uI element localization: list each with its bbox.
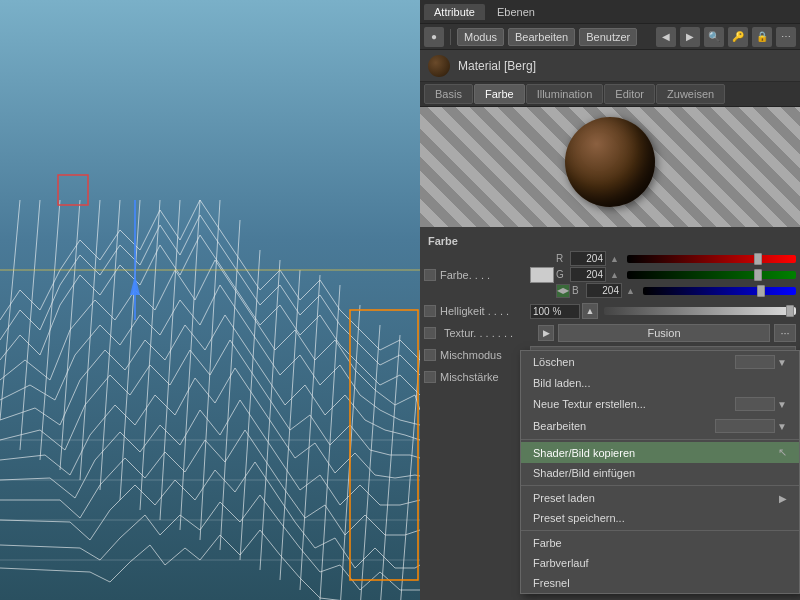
- toolbar: ● Modus Bearbeiten Benutzer ◀ ▶ 🔍 🔑 🔒 ⋯: [420, 24, 800, 50]
- nav-back-icon[interactable]: ◀: [656, 27, 676, 47]
- tab-basis[interactable]: Basis: [424, 84, 473, 104]
- menu-label-preset-speichern: Preset speichern...: [533, 512, 625, 524]
- tab-ebenen[interactable]: Ebenen: [487, 4, 545, 20]
- farbe-checkbox[interactable]: [424, 269, 436, 281]
- farbe-section-label: Farbe: [420, 231, 800, 249]
- menu-label-neue-textur: Neue Textur erstellen...: [533, 398, 646, 410]
- helligkeit-label: Helligkeit . . . .: [440, 305, 530, 317]
- bearbeiten-button[interactable]: Bearbeiten: [508, 28, 575, 46]
- tab-zuweisen[interactable]: Zuweisen: [656, 84, 725, 104]
- menu-label-shader-einfuegen: Shader/Bild einfügen: [533, 467, 635, 479]
- material-header: Material [Berg]: [420, 50, 800, 82]
- r-slider[interactable]: [627, 255, 796, 263]
- b-toggle-btn[interactable]: ◀▶: [556, 284, 570, 298]
- mischstaerke-label: Mischstärke: [440, 371, 530, 383]
- helligkeit-up-btn[interactable]: ▲: [582, 303, 598, 319]
- menu-separator-1: [521, 439, 799, 440]
- menu-label-farbe: Farbe: [533, 537, 562, 549]
- menu-item-shader-einfuegen[interactable]: Shader/Bild einfügen: [521, 463, 799, 483]
- farbe-value-area: R ▲ G ▲: [530, 251, 796, 298]
- context-menu: Löschen ▼ Bild laden... Neue Textur erst…: [520, 350, 800, 594]
- g-channel-label: G: [556, 269, 568, 280]
- helligkeit-slider[interactable]: [604, 307, 796, 315]
- menu-label-bearbeiten: Bearbeiten: [533, 420, 586, 432]
- mischstaerke-checkbox[interactable]: [424, 371, 436, 383]
- g-up-arrow[interactable]: ▲: [608, 270, 621, 280]
- helligkeit-input[interactable]: [530, 304, 580, 319]
- benutzer-button[interactable]: Benutzer: [579, 28, 637, 46]
- menu-item-bild-laden[interactable]: Bild laden...: [521, 373, 799, 393]
- top-tab-bar: Attribute Ebenen: [420, 0, 800, 24]
- b-up-arrow[interactable]: ▲: [624, 286, 637, 296]
- helligkeit-value-area: ▲: [530, 303, 796, 319]
- helligkeit-checkbox[interactable]: [424, 305, 436, 317]
- mischmodus-label: Mischmodus: [440, 349, 530, 361]
- material-preview-small: [428, 55, 450, 77]
- menu-item-farbverlauf[interactable]: Farbverlauf: [521, 553, 799, 573]
- b-channel-label: B: [572, 285, 584, 296]
- textur-row: Textur. . . . . . . ▶ Fusion ···: [420, 322, 800, 344]
- menu-item-fresnel[interactable]: Fresnel: [521, 573, 799, 593]
- textur-arrow-btn[interactable]: ▶: [538, 325, 554, 341]
- menu-label-fresnel: Fresnel: [533, 577, 570, 589]
- helligkeit-row: Helligkeit . . . . ▲: [420, 300, 800, 322]
- material-name-label: Material [Berg]: [458, 59, 536, 73]
- right-panel: Attribute Ebenen ● Modus Bearbeiten Benu…: [420, 0, 800, 600]
- search-icon[interactable]: 🔍: [704, 27, 724, 47]
- lock-icon[interactable]: 🔒: [752, 27, 772, 47]
- textur-checkbox[interactable]: [424, 327, 436, 339]
- toolbar-separator: [450, 29, 451, 45]
- tab-illumination[interactable]: Illumination: [526, 84, 604, 104]
- fusion-button[interactable]: Fusion: [558, 324, 770, 342]
- menu-label-bild-laden: Bild laden...: [533, 377, 590, 389]
- color-swatch[interactable]: [530, 267, 554, 283]
- toolbar-icon-main[interactable]: ●: [424, 27, 444, 47]
- menu-item-farbe[interactable]: Farbe: [521, 533, 799, 553]
- material-sphere-preview: [565, 117, 655, 207]
- g-value-input[interactable]: [570, 267, 606, 282]
- material-preview-area: [420, 107, 800, 227]
- mischmodus-checkbox[interactable]: [424, 349, 436, 361]
- b-slider[interactable]: [643, 287, 796, 295]
- viewport-3d[interactable]: [0, 0, 420, 600]
- menu-item-shader-kopieren[interactable]: Shader/Bild kopieren ↖: [521, 442, 799, 463]
- farbe-property-row: Farbe. . . . R ▲ G: [420, 249, 800, 300]
- menu-item-neue-textur[interactable]: Neue Textur erstellen... ▼: [521, 393, 799, 415]
- r-value-input[interactable]: [570, 251, 606, 266]
- g-slider[interactable]: [627, 271, 796, 279]
- sub-tab-bar: Basis Farbe Illumination Editor Zuweisen: [420, 82, 800, 107]
- menu-item-loeschen[interactable]: Löschen ▼: [521, 351, 799, 373]
- r-channel-label: R: [556, 253, 568, 264]
- menu-item-preset-speichern[interactable]: Preset speichern...: [521, 508, 799, 528]
- b-value-input[interactable]: [586, 283, 622, 298]
- menu-label-shader-kopieren: Shader/Bild kopieren: [533, 447, 635, 459]
- key-icon[interactable]: 🔑: [728, 27, 748, 47]
- textur-dots-btn[interactable]: ···: [774, 324, 796, 342]
- r-up-arrow[interactable]: ▲: [608, 254, 621, 264]
- modus-button[interactable]: Modus: [457, 28, 504, 46]
- menu-separator-3: [521, 530, 799, 531]
- preset-laden-arrow: ▶: [779, 493, 787, 504]
- tab-attribute[interactable]: Attribute: [424, 4, 485, 20]
- menu-item-preset-laden[interactable]: Preset laden ▶: [521, 488, 799, 508]
- nav-forward-icon[interactable]: ▶: [680, 27, 700, 47]
- textur-label: Textur. . . . . . .: [444, 327, 534, 339]
- tab-editor[interactable]: Editor: [604, 84, 655, 104]
- farbe-label: Farbe. . . .: [440, 269, 530, 281]
- menu-label-farbverlauf: Farbverlauf: [533, 557, 589, 569]
- tab-farbe[interactable]: Farbe: [474, 84, 525, 104]
- menu-separator-2: [521, 485, 799, 486]
- menu-dots-icon[interactable]: ⋯: [776, 27, 796, 47]
- menu-label-preset-laden: Preset laden: [533, 492, 595, 504]
- menu-item-bearbeiten[interactable]: Bearbeiten ▼: [521, 415, 799, 437]
- menu-label-loeschen: Löschen: [533, 356, 575, 368]
